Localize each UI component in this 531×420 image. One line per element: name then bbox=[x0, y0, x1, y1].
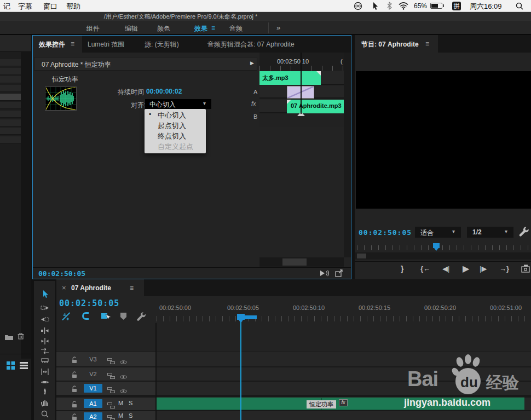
track-v2-lane[interactable] bbox=[157, 367, 531, 381]
sync-lock-icon[interactable] bbox=[107, 401, 115, 411]
slide-tool-icon[interactable] bbox=[40, 377, 50, 387]
close-icon[interactable]: × bbox=[62, 284, 66, 292]
linked-selection-icon[interactable] bbox=[101, 312, 112, 323]
menu-item-marker[interactable]: 记 bbox=[3, 2, 10, 11]
sync-lock-icon[interactable] bbox=[107, 413, 115, 420]
mini-clip-b[interactable]: 07 Aphrodite.mp3 bbox=[287, 100, 344, 113]
effect-clip-header[interactable]: 07 Aphrodite * 恒定功率 ▶ bbox=[34, 57, 257, 71]
bluetooth-icon[interactable] bbox=[387, 2, 392, 12]
mute-button[interactable]: M bbox=[118, 412, 123, 419]
alignment-dropdown[interactable]: 中心切入 ▾ bbox=[145, 99, 211, 109]
timeline-timecode[interactable]: 00:02:50:05 bbox=[59, 298, 119, 308]
list-item[interactable] bbox=[0, 102, 21, 109]
pen-tool-icon[interactable] bbox=[40, 387, 50, 397]
list-view-icon[interactable] bbox=[20, 361, 28, 372]
app-cursor-icon[interactable] bbox=[372, 2, 379, 13]
track-v1-lane[interactable] bbox=[157, 382, 531, 395]
lock-icon[interactable] bbox=[72, 400, 78, 410]
hand-tool-icon[interactable] bbox=[40, 398, 50, 408]
timeline-playhead-bar[interactable] bbox=[245, 315, 257, 319]
razor-tool-icon[interactable] bbox=[40, 356, 50, 366]
list-item[interactable] bbox=[0, 76, 21, 83]
wifi-icon[interactable] bbox=[399, 2, 408, 12]
timeline-settings-wrench-icon[interactable] bbox=[136, 311, 147, 324]
workspace-tab-audio[interactable]: 音频 bbox=[229, 24, 243, 33]
program-settings-wrench-icon[interactable] bbox=[518, 226, 530, 240]
workspace-tab-menu-icon[interactable]: ≡ bbox=[211, 24, 215, 32]
track-v2-label[interactable]: V2 bbox=[84, 370, 102, 378]
workspace-tab-effects-active[interactable]: 效果 bbox=[194, 24, 207, 33]
dropdown-item-end-cut[interactable]: 终点切入 bbox=[158, 131, 186, 141]
ec-scrollbar-track[interactable] bbox=[259, 257, 344, 267]
track-v1-label-targeted[interactable]: V1 bbox=[84, 384, 102, 393]
eye-icon[interactable] bbox=[119, 372, 128, 382]
menu-item-captions[interactable]: 字幕 bbox=[18, 2, 32, 11]
track-v3-lane[interactable] bbox=[157, 352, 531, 366]
timeline-playhead-line[interactable] bbox=[240, 322, 241, 420]
program-scrollbar-track[interactable] bbox=[355, 252, 531, 260]
mini-clip-a[interactable]: 太多.mp3 bbox=[259, 71, 321, 85]
timeline-ruler-ticks[interactable] bbox=[157, 316, 531, 321]
track-v3-label[interactable]: V3 bbox=[84, 355, 102, 364]
workspace-tab-color[interactable]: 颜色 bbox=[157, 24, 170, 33]
fx-badge[interactable]: fx bbox=[339, 399, 348, 406]
list-item[interactable] bbox=[0, 128, 21, 135]
ripple-edit-tool-icon[interactable] bbox=[40, 326, 50, 336]
step-forward-icon[interactable]: |▶ bbox=[480, 264, 487, 273]
menu-item-help[interactable]: 帮助 bbox=[66, 2, 80, 11]
play-audio-transition-icon[interactable] bbox=[319, 269, 330, 279]
menubar-clock[interactable]: 周六16:09 bbox=[470, 2, 502, 11]
go-to-out-icon[interactable]: →} bbox=[499, 264, 509, 273]
sync-lock-icon[interactable] bbox=[107, 356, 115, 366]
track-a2-label-targeted[interactable]: A2 bbox=[84, 412, 102, 420]
eye-icon[interactable] bbox=[119, 386, 128, 396]
ec-scrollbar-thumb[interactable] bbox=[282, 258, 307, 266]
selection-tool-icon[interactable] bbox=[40, 289, 50, 299]
icon-view-grid-icon[interactable] bbox=[7, 361, 15, 372]
tab-audio-clip-mixer[interactable]: 音频剪辑混合器: 07 Aphrodite bbox=[207, 40, 295, 49]
effect-name-label[interactable]: 恒定功率 bbox=[52, 75, 78, 84]
eye-icon[interactable] bbox=[119, 357, 128, 367]
list-item-selected[interactable] bbox=[0, 94, 21, 101]
solo-button[interactable]: S bbox=[129, 412, 132, 419]
sync-lock-icon[interactable] bbox=[107, 386, 115, 395]
tab-effect-controls-label[interactable]: 效果控件 bbox=[39, 40, 65, 49]
list-item[interactable] bbox=[0, 59, 21, 66]
add-marker-icon[interactable] bbox=[120, 312, 127, 323]
rolling-edit-tool-icon[interactable] bbox=[40, 336, 50, 346]
trash-icon[interactable] bbox=[17, 332, 25, 342]
track-select-backward-tool-icon[interactable] bbox=[40, 314, 50, 324]
list-item[interactable] bbox=[0, 111, 21, 118]
slip-tool-icon[interactable] bbox=[40, 367, 50, 377]
program-playhead-head[interactable] bbox=[433, 243, 440, 248]
list-item[interactable] bbox=[0, 68, 21, 75]
program-mini-ruler[interactable] bbox=[357, 245, 530, 250]
track-a2-lane[interactable] bbox=[157, 411, 531, 420]
workspace-tab-editing[interactable]: 编辑 bbox=[125, 24, 138, 33]
track-select-forward-tool-icon[interactable] bbox=[40, 303, 50, 313]
panel-menu-icon[interactable]: ≡ bbox=[71, 40, 74, 48]
lock-icon[interactable] bbox=[72, 385, 78, 395]
spotlight-search-icon[interactable] bbox=[516, 2, 523, 12]
audio-transition-label[interactable]: 恒定功率 bbox=[307, 400, 336, 409]
lock-icon[interactable] bbox=[72, 356, 78, 366]
mute-button[interactable]: M bbox=[118, 400, 123, 406]
step-back-icon[interactable]: ◀| bbox=[442, 264, 449, 273]
track-a1-label-targeted[interactable]: A1 bbox=[84, 399, 102, 408]
input-method-badge[interactable]: 拼 bbox=[452, 2, 461, 10]
tab-timeline-label[interactable]: 07 Aphrodite bbox=[71, 284, 111, 292]
program-timecode[interactable]: 00:02:50:05 bbox=[359, 228, 412, 237]
header-expand-arrow-icon[interactable]: ▶ bbox=[250, 60, 254, 66]
playback-resolution-dropdown[interactable]: 1/2 ▾ bbox=[467, 227, 513, 238]
ec-status-timecode[interactable]: 00:02:50:05 bbox=[38, 269, 85, 278]
nest-sequences-icon[interactable] bbox=[61, 312, 71, 323]
go-to-in-icon[interactable]: {← bbox=[420, 264, 430, 273]
export-frame-icon[interactable] bbox=[521, 264, 531, 275]
program-scrollbar-thumb[interactable] bbox=[357, 254, 366, 258]
menu-item-window[interactable]: 窗口 bbox=[43, 2, 57, 11]
workspace-tab-assembly[interactable]: 组件 bbox=[86, 24, 100, 33]
workspace-overflow-chevrons[interactable]: » bbox=[276, 24, 280, 32]
list-item[interactable] bbox=[0, 85, 21, 92]
tab-lumetri-scopes[interactable]: Lumetri 范围 bbox=[88, 40, 124, 49]
panel-menu-icon[interactable]: ≡ bbox=[425, 40, 429, 48]
